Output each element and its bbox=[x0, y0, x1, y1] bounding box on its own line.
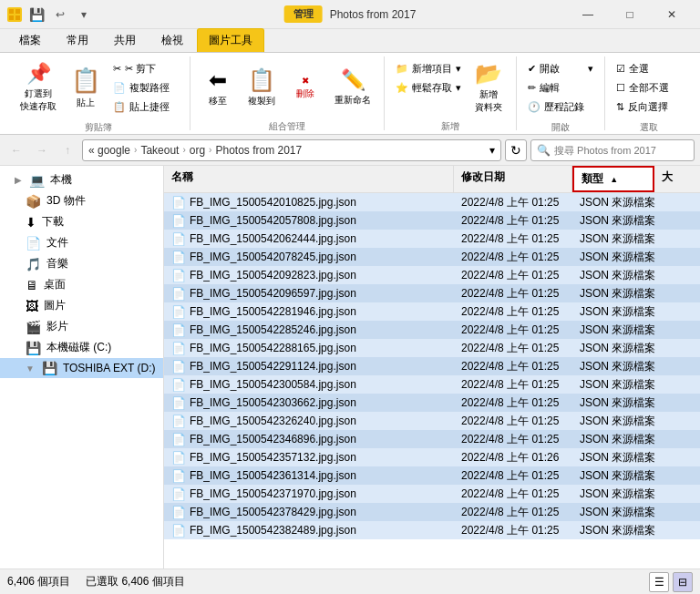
quick-undo-btn[interactable]: ↩ bbox=[49, 4, 71, 26]
back-btn[interactable]: ← bbox=[5, 139, 27, 161]
forward-btn[interactable]: → bbox=[31, 139, 53, 161]
sidebar-item-videos[interactable]: 🎬 影片 bbox=[0, 316, 163, 337]
new-item-btn[interactable]: 📁 新增項目 ▾ bbox=[392, 60, 465, 77]
copy-stack: ✂ ✂ 剪下 📄 複製路徑 📋 貼上捷徑 bbox=[109, 60, 182, 116]
file-type-cell: JSON 來源檔案 bbox=[572, 213, 654, 229]
crumb-photos[interactable]: Photos from 2017 bbox=[215, 144, 302, 157]
table-row[interactable]: 📄 FB_IMG_1500542291124.jpg.json 2022/4/8… bbox=[164, 357, 700, 375]
json-icon: 📄 bbox=[171, 323, 186, 337]
table-row[interactable]: 📄 FB_IMG_1500542371970.jpg.json 2022/4/8… bbox=[164, 485, 700, 503]
table-row[interactable]: 📄 FB_IMG_1500542288165.jpg.json 2022/4/8… bbox=[164, 339, 700, 357]
up-btn[interactable]: ↑ bbox=[57, 139, 78, 161]
desktop-icon: 🖥 bbox=[26, 278, 38, 292]
list-view-btn[interactable]: ☰ bbox=[649, 572, 669, 592]
sidebar-item-documents[interactable]: 📄 文件 bbox=[0, 232, 163, 253]
videos-label: 影片 bbox=[46, 319, 68, 334]
table-row[interactable]: 📄 FB_IMG_1500542303662.jpg.json 2022/4/8… bbox=[164, 394, 700, 412]
sidebar-item-cdrive[interactable]: 💾 本機磁碟 (C:) bbox=[0, 337, 163, 358]
crumb-org[interactable]: org bbox=[190, 144, 205, 157]
sidebar-item-music[interactable]: 🎵 音樂 bbox=[0, 253, 163, 274]
file-name-cell: 📄 FB_IMG_1500542078245.jpg.json bbox=[164, 251, 454, 264]
col-name[interactable]: 名稱 bbox=[164, 166, 454, 192]
table-row[interactable]: 📄 FB_IMG_1500542281946.jpg.json 2022/4/8… bbox=[164, 302, 700, 321]
open-content: ✔ 開啟 ▾ ✏ 編輯 🕐 歷程記錄 bbox=[524, 56, 597, 119]
json-icon: 📄 bbox=[171, 451, 186, 465]
pin-btn[interactable]: 📌 釘選到快速存取 bbox=[15, 60, 62, 115]
paste-btn[interactable]: 📋 貼上 bbox=[66, 60, 106, 115]
window-title: 管理 Photos from 2017 bbox=[284, 5, 417, 23]
history-btn[interactable]: 🕐 歷程記錄 bbox=[524, 98, 597, 116]
sidebar-item-ddrive[interactable]: ▼ 💾 TOSHIBA EXT (D:) bbox=[0, 358, 163, 378]
tab-view[interactable]: 檢視 bbox=[149, 28, 195, 52]
sidebar: ▶ 💻 本機 📦 3D 物件 ⬇ 下載 📄 文件 🎵 音樂 🖥 桌面 🖼 圖片 bbox=[0, 166, 164, 568]
svg-rect-2 bbox=[9, 15, 14, 20]
maximize-btn[interactable]: □ bbox=[609, 0, 651, 29]
refresh-btn[interactable]: ↻ bbox=[505, 139, 527, 161]
table-row[interactable]: 📄 FB_IMG_1500542300584.jpg.json 2022/4/8… bbox=[164, 375, 700, 394]
sidebar-item-desktop[interactable]: 🖥 桌面 bbox=[0, 274, 163, 295]
detail-view-btn[interactable]: ⊟ bbox=[673, 572, 693, 592]
table-row[interactable]: 📄 FB_IMG_1500542346896.jpg.json 2022/4/8… bbox=[164, 430, 700, 448]
file-name-cell: 📄 FB_IMG_1500542285246.jpg.json bbox=[164, 323, 454, 337]
table-row[interactable]: 📄 FB_IMG_1500542285246.jpg.json 2022/4/8… bbox=[164, 321, 700, 339]
table-row[interactable]: 📄 FB_IMG_1500542357132.jpg.json 2022/4/8… bbox=[164, 448, 700, 466]
minimize-btn[interactable]: — bbox=[567, 0, 609, 29]
invert-select-btn[interactable]: ⇅ 反向選擇 bbox=[612, 98, 685, 116]
json-icon: 📄 bbox=[171, 487, 186, 501]
active-tab-badge: 管理 bbox=[284, 5, 323, 23]
table-row[interactable]: 📄 FB_IMG_1500542078245.jpg.json 2022/4/8… bbox=[164, 248, 700, 266]
tab-picture-tools[interactable]: 圖片工具 bbox=[197, 28, 264, 52]
organize-label: 組合管理 bbox=[269, 118, 305, 133]
quick-save-btn[interactable]: 💾 bbox=[26, 4, 47, 26]
col-date[interactable]: 修改日期 bbox=[454, 166, 572, 192]
search-input[interactable] bbox=[554, 145, 688, 156]
table-row[interactable]: 📄 FB_IMG_1500542361314.jpg.json 2022/4/8… bbox=[164, 466, 700, 485]
table-row[interactable]: 📄 FB_IMG_1500542382489.jpg.json 2022/4/8… bbox=[164, 521, 700, 539]
move-icon: ⬅ bbox=[209, 67, 227, 93]
file-date-cell: 2022/4/8 上午 01:25 bbox=[454, 341, 572, 356]
table-row[interactable]: 📄 FB_IMG_1500542092823.jpg.json 2022/4/8… bbox=[164, 266, 700, 284]
file-name: FB_IMG_1500542010825.jpg.json bbox=[190, 196, 356, 209]
sidebar-item-3d[interactable]: 📦 3D 物件 bbox=[0, 190, 163, 211]
file-date-cell: 2022/4/8 上午 01:25 bbox=[454, 286, 572, 302]
col-type[interactable]: 類型 ▲ bbox=[572, 166, 654, 192]
paste-shortcut-btn[interactable]: 📋 貼上捷徑 bbox=[109, 98, 182, 116]
sidebar-item-local[interactable]: ▶ 💻 本機 bbox=[0, 169, 163, 190]
open-btn[interactable]: ✔ 開啟 ▾ bbox=[524, 60, 597, 77]
table-row[interactable]: 📄 FB_IMG_1500542096597.jpg.json 2022/4/8… bbox=[164, 284, 700, 302]
tab-file[interactable]: 檔案 bbox=[7, 28, 53, 52]
file-name: FB_IMG_1500542078245.jpg.json bbox=[190, 251, 356, 263]
easy-access-btn[interactable]: ⭐ 輕鬆存取 ▾ bbox=[392, 79, 465, 97]
crumb-google[interactable]: « google bbox=[88, 144, 130, 157]
file-type-cell: JSON 來源檔案 bbox=[572, 523, 654, 538]
tab-home[interactable]: 常用 bbox=[55, 28, 100, 52]
edit-btn[interactable]: ✏ 編輯 bbox=[524, 79, 597, 97]
new-folder-btn[interactable]: 📂 新增資料夾 bbox=[468, 60, 509, 115]
close-btn[interactable]: ✕ bbox=[651, 0, 693, 29]
tab-share[interactable]: 共用 bbox=[102, 28, 148, 52]
table-row[interactable]: 📄 FB_IMG_1500542326240.jpg.json 2022/4/8… bbox=[164, 412, 700, 430]
status-total: 6,406 個項目 已選取 6,406 個項目 bbox=[7, 574, 185, 589]
quick-dropdown-btn[interactable]: ▾ bbox=[73, 4, 95, 26]
file-name: FB_IMG_1500542326240.jpg.json bbox=[190, 415, 356, 427]
move-btn[interactable]: ⬅ 移至 bbox=[198, 60, 238, 115]
music-label: 音樂 bbox=[46, 256, 68, 271]
sidebar-item-downloads[interactable]: ⬇ 下載 bbox=[0, 211, 163, 232]
copy-to-btn[interactable]: 📋 複製到 bbox=[242, 60, 282, 115]
address-bar[interactable]: « google › Takeout › org › Photos from 2… bbox=[82, 139, 501, 161]
sidebar-item-pictures[interactable]: 🖼 圖片 bbox=[0, 295, 163, 316]
table-row[interactable]: 📄 FB_IMG_1500542378429.jpg.json 2022/4/8… bbox=[164, 503, 700, 521]
crumb-takeout[interactable]: Takeout bbox=[140, 144, 179, 157]
delete-btn[interactable]: ✖ 刪除 bbox=[285, 60, 325, 115]
table-row[interactable]: 📄 FB_IMG_1500542010825.jpg.json 2022/4/8… bbox=[164, 193, 700, 211]
select-none-btn[interactable]: ☐ 全部不選 bbox=[612, 79, 685, 97]
local-icon: 💻 bbox=[29, 173, 45, 188]
select-all-btn[interactable]: ☑ 全選 bbox=[612, 60, 685, 77]
copy-btn[interactable]: 📄 複製路徑 bbox=[109, 79, 182, 97]
col-size[interactable]: 大 bbox=[654, 166, 700, 192]
table-row[interactable]: 📄 FB_IMG_1500542057808.jpg.json 2022/4/8… bbox=[164, 211, 700, 230]
table-row[interactable]: 📄 FB_IMG_1500542062444.jpg.json 2022/4/8… bbox=[164, 230, 700, 248]
rename-btn[interactable]: ✏️ 重新命名 bbox=[329, 60, 376, 115]
cut-btn[interactable]: ✂ ✂ 剪下 bbox=[109, 60, 182, 77]
search-bar[interactable]: 🔍 bbox=[530, 139, 695, 161]
